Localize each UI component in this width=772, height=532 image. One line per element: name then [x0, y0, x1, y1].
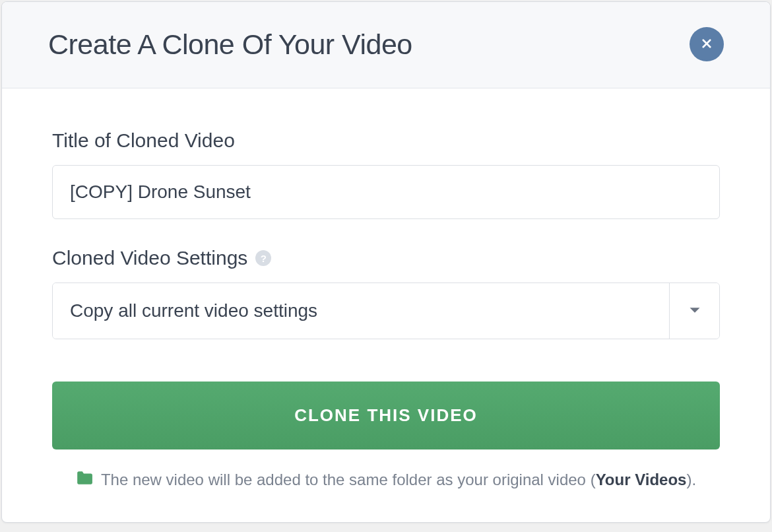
title-label: Title of Cloned Video: [52, 129, 720, 152]
settings-label-text: Cloned Video Settings: [52, 247, 247, 269]
settings-field-group: Cloned Video Settings ? Copy all current…: [52, 247, 720, 339]
settings-label: Cloned Video Settings ?: [52, 247, 720, 269]
close-button[interactable]: [690, 27, 724, 61]
folder-hint: The new video will be added to the same …: [52, 471, 720, 489]
caret-down-icon: [689, 305, 701, 317]
settings-select[interactable]: Copy all current video settings: [52, 283, 720, 339]
title-input[interactable]: [52, 165, 720, 219]
modal-header: Create A Clone Of Your Video: [2, 2, 770, 88]
hint-folder-name: Your Videos: [596, 471, 687, 488]
settings-select-caret: [669, 283, 719, 339]
modal-title: Create A Clone Of Your Video: [48, 28, 412, 61]
modal-body: Title of Cloned Video Cloned Video Setti…: [2, 88, 770, 522]
title-field-group: Title of Cloned Video: [52, 129, 720, 219]
hint-prefix: The new video will be added to the same …: [101, 471, 596, 488]
settings-select-value: Copy all current video settings: [53, 283, 669, 339]
hint-text: The new video will be added to the same …: [101, 471, 696, 489]
clone-video-modal: Create A Clone Of Your Video Title of Cl…: [1, 1, 771, 523]
close-icon: [701, 38, 713, 51]
folder-icon: [76, 471, 93, 489]
hint-suffix: ).: [686, 471, 696, 488]
clone-button[interactable]: CLONE THIS VIDEO: [52, 382, 720, 449]
help-icon[interactable]: ?: [255, 250, 271, 266]
